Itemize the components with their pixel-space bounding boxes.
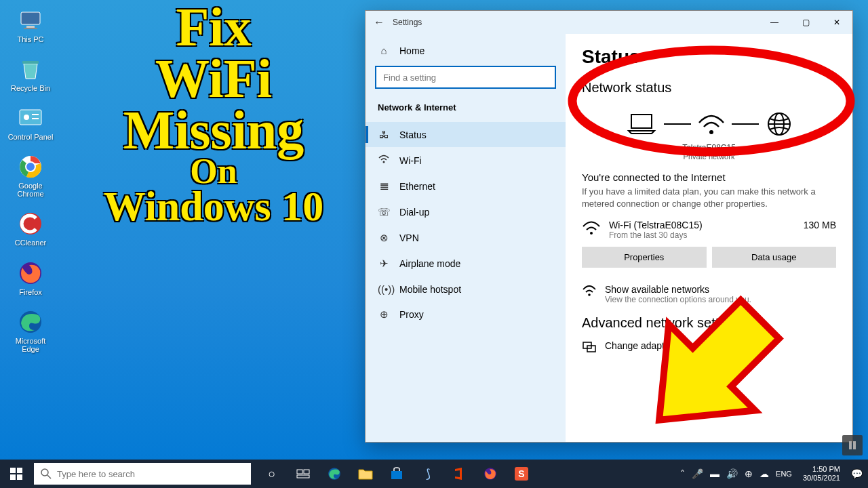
taskbar-firefox-icon[interactable] — [475, 460, 506, 488]
nav-vpn[interactable]: ⊗ VPN — [366, 225, 566, 251]
desktop-icon-chrome[interactable]: Google Chrome — [7, 153, 54, 198]
svg-rect-24 — [849, 441, 852, 449]
settings-search-input[interactable] — [375, 66, 556, 89]
taskbar-office-icon[interactable] — [443, 460, 475, 488]
pause-indicator — [842, 435, 863, 455]
window-title: Settings — [393, 18, 422, 27]
svg-text:S: S — [518, 468, 524, 479]
taskbar-clock[interactable]: 1:50 PM 30/05/2021 — [799, 465, 844, 482]
desktop-icon-this-pc[interactable]: This PC — [7, 7, 54, 43]
section-label: Network & Internet — [366, 97, 566, 122]
ethernet-icon: 𝌆 — [378, 180, 390, 192]
taskbar-explorer-icon[interactable] — [350, 460, 381, 488]
taskbar-edge-icon[interactable] — [319, 460, 350, 488]
taskbar-search-input[interactable] — [57, 469, 244, 479]
svg-rect-26 — [10, 468, 16, 473]
globe-icon — [766, 110, 793, 138]
tray-mic-icon[interactable]: 🎤 — [692, 468, 703, 479]
svg-point-19 — [590, 232, 593, 235]
task-view-icon[interactable] — [288, 460, 319, 488]
close-button[interactable]: ✕ — [821, 11, 852, 34]
svg-line-31 — [47, 475, 51, 479]
windows-logo-icon — [10, 468, 22, 480]
settings-window: ← Settings ― ▢ ✕ ⌂ Home Network & Intern… — [365, 10, 853, 443]
page-heading: Status — [582, 46, 836, 68]
svg-rect-33 — [304, 470, 309, 474]
desktop-icon-recycle-bin[interactable]: Recycle Bin — [7, 56, 54, 92]
taskbar-snagit-icon[interactable]: S — [506, 460, 537, 488]
svg-rect-36 — [391, 471, 402, 479]
svg-rect-14 — [631, 115, 652, 128]
tutorial-overlay-text: Fix WiFi Missing On Windows 10 — [75, 1, 353, 226]
taskbar-search[interactable] — [34, 463, 251, 485]
tray-notifications-icon[interactable]: 💬 — [851, 468, 863, 479]
laptop-icon — [626, 112, 657, 136]
desktop-background: This PC Recycle Bin Control Panel Google… — [0, 0, 868, 488]
system-tray: ˄ 🎤 ▬ 🔊 ⊕ ☁ ENG 1:50 PM 30/05/2021 💬 — [680, 465, 868, 482]
svg-rect-3 — [22, 61, 39, 64]
back-button[interactable]: ← — [366, 16, 393, 28]
svg-rect-2 — [24, 28, 37, 29]
desktop-icon-control-panel[interactable]: Control Panel — [7, 104, 54, 141]
wifi-small-icon — [582, 220, 601, 236]
desktop-icon-firefox[interactable]: Firefox — [7, 260, 54, 296]
nav-airplane[interactable]: ✈ Airplane mode — [366, 251, 566, 277]
svg-rect-27 — [17, 468, 22, 473]
desktop-icon-ccleaner[interactable]: CCleaner — [7, 210, 54, 247]
wifi-icon — [378, 154, 390, 167]
recycle-bin-icon — [17, 56, 44, 83]
svg-rect-29 — [17, 474, 22, 480]
nav-status[interactable]: 🖧 Status — [366, 122, 566, 147]
tray-chevron-icon[interactable]: ˄ — [680, 468, 685, 479]
pc-icon — [17, 7, 44, 34]
edge-icon — [17, 308, 44, 336]
desktop-icon-edge[interactable]: Microsoft Edge — [7, 308, 54, 353]
tray-network-icon[interactable]: ⊕ — [745, 468, 753, 479]
search-icon — [41, 468, 52, 479]
adapter-row: Wi-Fi (TelstraE08C15) From the last 30 d… — [582, 220, 836, 240]
svg-point-30 — [41, 469, 48, 476]
chrome-icon — [17, 153, 44, 180]
home-icon: ⌂ — [378, 45, 390, 56]
vpn-icon: ⊗ — [378, 232, 390, 244]
connected-desc: If you have a limited data plan, you can… — [582, 186, 836, 210]
section-heading: Network status — [582, 80, 836, 96]
nav-ethernet[interactable]: 𝌆 Ethernet — [366, 174, 566, 199]
start-button[interactable] — [0, 460, 33, 488]
proxy-icon: ⊕ — [378, 308, 390, 321]
minimize-button[interactable]: ― — [759, 11, 790, 34]
firefox-icon — [17, 260, 44, 287]
tray-language[interactable]: ENG — [776, 470, 792, 478]
airplane-icon: ✈ — [378, 258, 390, 270]
desktop-icons-column: This PC Recycle Bin Control Panel Google… — [7, 7, 54, 353]
svg-rect-7 — [32, 118, 39, 119]
nav-wifi[interactable]: Wi-Fi — [366, 147, 566, 174]
svg-rect-4 — [20, 110, 41, 125]
change-adapter-link[interactable]: Change adapter options — [582, 340, 836, 354]
svg-rect-28 — [10, 474, 16, 480]
nav-dialup[interactable]: ☏ Dial-up — [366, 199, 566, 225]
taskbar-store-icon[interactable] — [381, 460, 412, 488]
data-amount: 130 MB — [804, 220, 836, 230]
data-usage-button[interactable]: Data usage — [712, 247, 837, 268]
nav-home[interactable]: ⌂ Home — [366, 38, 566, 63]
svg-point-5 — [24, 115, 29, 120]
dialup-icon: ☏ — [378, 206, 390, 218]
svg-rect-0 — [21, 12, 40, 24]
wifi-link-icon — [582, 284, 597, 298]
taskbar-pinned-apps: ○ ⟆ S — [256, 460, 537, 488]
show-networks-link[interactable]: Show available networks View the connect… — [582, 284, 836, 304]
svg-rect-32 — [297, 470, 302, 474]
cortana-icon[interactable]: ○ — [256, 460, 288, 488]
svg-rect-6 — [32, 114, 39, 115]
tray-onedrive-icon[interactable]: ☁ — [760, 468, 769, 479]
nav-hotspot[interactable]: ((•)) Mobile hotspot — [366, 277, 566, 302]
network-name-block: TelstraE08C15 Private network — [582, 143, 836, 161]
maximize-button[interactable]: ▢ — [790, 11, 821, 34]
tray-volume-icon[interactable]: 🔊 — [726, 468, 738, 479]
taskbar-app1-icon[interactable]: ⟆ — [412, 460, 443, 488]
properties-button[interactable]: Properties — [582, 247, 707, 268]
nav-proxy[interactable]: ⊕ Proxy — [366, 302, 566, 327]
svg-rect-25 — [853, 441, 856, 449]
tray-battery-icon[interactable]: ▬ — [710, 468, 719, 479]
